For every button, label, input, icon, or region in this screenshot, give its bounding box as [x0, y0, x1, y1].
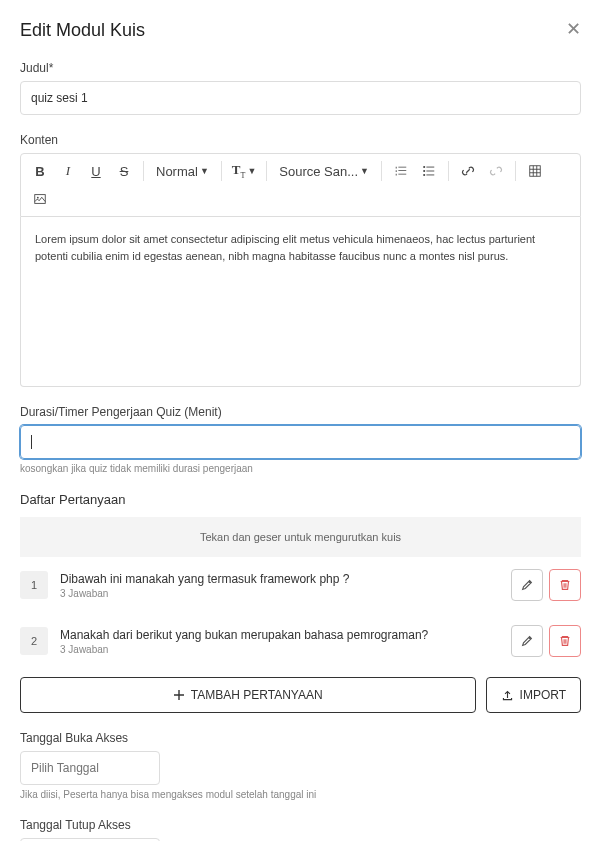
svg-rect-6	[530, 166, 541, 177]
question-actions	[511, 625, 581, 657]
field-tutup: Tanggal Tutup Akses Jika diisi, Peserta …	[20, 818, 581, 841]
question-number: 2	[20, 627, 48, 655]
durasi-hint: kosongkan jika quiz tidak memiliki duras…	[20, 463, 581, 474]
questions-section: Daftar Pertanyaan Tekan dan geser untuk …	[20, 492, 581, 713]
svg-point-2	[423, 170, 425, 172]
paragraph-select[interactable]: Normal ▼	[150, 158, 215, 184]
image-button[interactable]	[27, 186, 53, 212]
editor-content[interactable]: Lorem ipsum dolor sit amet consectetur a…	[20, 217, 581, 387]
paragraph-label: Normal	[156, 164, 198, 179]
plus-icon	[173, 689, 185, 701]
trash-icon	[558, 634, 572, 648]
question-text: Dibawah ini manakah yang termasuk framew…	[60, 572, 499, 586]
question-row[interactable]: 2 Manakah dari berikut yang bukan merupa…	[20, 613, 581, 669]
font-size-select[interactable]: TT ▼	[228, 158, 260, 184]
separator	[515, 161, 516, 181]
edit-icon	[520, 578, 534, 592]
text-cursor	[31, 435, 32, 449]
import-label: IMPORT	[520, 688, 566, 702]
strikethrough-icon: S	[120, 164, 129, 179]
question-row[interactable]: 1 Dibawah ini manakah yang termasuk fram…	[20, 557, 581, 613]
table-icon	[528, 164, 542, 178]
add-question-button[interactable]: TAMBAH PERTANYAAN	[20, 677, 476, 713]
buka-input[interactable]	[20, 751, 160, 785]
svg-point-0	[423, 166, 425, 168]
font-family-select[interactable]: Source San... ▼	[273, 158, 375, 184]
caret-down-icon: ▼	[360, 166, 369, 176]
unordered-list-button[interactable]	[416, 158, 442, 184]
ordered-list-icon	[394, 164, 408, 178]
image-icon	[33, 192, 47, 206]
edit-question-button[interactable]	[511, 569, 543, 601]
svg-point-4	[423, 174, 425, 176]
konten-label: Konten	[20, 133, 581, 147]
separator	[381, 161, 382, 181]
add-question-label: TAMBAH PERTANYAAN	[191, 688, 323, 702]
drag-hint: Tekan dan geser untuk mengurutkan kuis	[20, 517, 581, 557]
underline-button[interactable]: U	[83, 158, 109, 184]
caret-down-icon: ▼	[247, 166, 256, 176]
link-button[interactable]	[455, 158, 481, 184]
unordered-list-icon	[422, 164, 436, 178]
bold-button[interactable]: B	[27, 158, 53, 184]
svg-point-8	[37, 197, 39, 199]
edit-question-button[interactable]	[511, 625, 543, 657]
separator	[143, 161, 144, 181]
question-meta: 3 Jawaban	[60, 644, 499, 655]
separator	[221, 161, 222, 181]
close-button[interactable]: ✕	[566, 20, 581, 38]
field-buka: Tanggal Buka Akses Jika diisi, Peserta h…	[20, 731, 581, 800]
italic-icon: I	[66, 163, 70, 179]
font-size-icon: TT	[232, 162, 246, 180]
question-meta: 3 Jawaban	[60, 588, 499, 599]
italic-button[interactable]: I	[55, 158, 81, 184]
svg-rect-1	[426, 167, 434, 168]
field-durasi: Durasi/Timer Pengerjaan Quiz (Menit) kos…	[20, 405, 581, 474]
ordered-list-button[interactable]	[388, 158, 414, 184]
durasi-label: Durasi/Timer Pengerjaan Quiz (Menit)	[20, 405, 581, 419]
modal-title: Edit Modul Kuis	[20, 20, 145, 41]
question-text: Manakah dari berikut yang bukan merupaka…	[60, 628, 499, 642]
judul-input[interactable]	[20, 81, 581, 115]
question-body: Manakah dari berikut yang bukan merupaka…	[60, 628, 499, 655]
separator	[266, 161, 267, 181]
trash-icon	[558, 578, 572, 592]
question-actions	[511, 569, 581, 601]
editor-toolbar: B I U S Normal ▼ TT ▼ Source San... ▼	[20, 153, 581, 217]
close-icon: ✕	[566, 19, 581, 39]
questions-title: Daftar Pertanyaan	[20, 492, 581, 507]
upload-icon	[501, 689, 514, 702]
judul-label: Judul*	[20, 61, 581, 75]
question-body: Dibawah ini manakah yang termasuk framew…	[60, 572, 499, 599]
buka-hint: Jika diisi, Peserta hanya bisa mengakses…	[20, 789, 581, 800]
font-family-label: Source San...	[279, 164, 358, 179]
import-button[interactable]: IMPORT	[486, 677, 581, 713]
svg-rect-3	[426, 171, 434, 172]
strike-button[interactable]: S	[111, 158, 137, 184]
unlink-icon	[489, 164, 503, 178]
delete-question-button[interactable]	[549, 625, 581, 657]
separator	[448, 161, 449, 181]
svg-rect-5	[426, 175, 434, 176]
link-icon	[461, 164, 475, 178]
question-buttons: TAMBAH PERTANYAAN IMPORT	[20, 677, 581, 713]
field-konten: Konten B I U S Normal ▼ TT ▼ Source San.…	[20, 133, 581, 387]
bold-icon: B	[35, 164, 44, 179]
unlink-button[interactable]	[483, 158, 509, 184]
table-button[interactable]	[522, 158, 548, 184]
edit-icon	[520, 634, 534, 648]
field-judul: Judul*	[20, 61, 581, 115]
delete-question-button[interactable]	[549, 569, 581, 601]
tutup-label: Tanggal Tutup Akses	[20, 818, 581, 832]
edit-quiz-modal: Edit Modul Kuis ✕ Judul* Konten B I U S …	[0, 0, 601, 841]
question-number: 1	[20, 571, 48, 599]
modal-header: Edit Modul Kuis ✕	[20, 20, 581, 41]
underline-icon: U	[91, 164, 100, 179]
caret-down-icon: ▼	[200, 166, 209, 176]
buka-label: Tanggal Buka Akses	[20, 731, 581, 745]
durasi-input[interactable]	[20, 425, 581, 459]
